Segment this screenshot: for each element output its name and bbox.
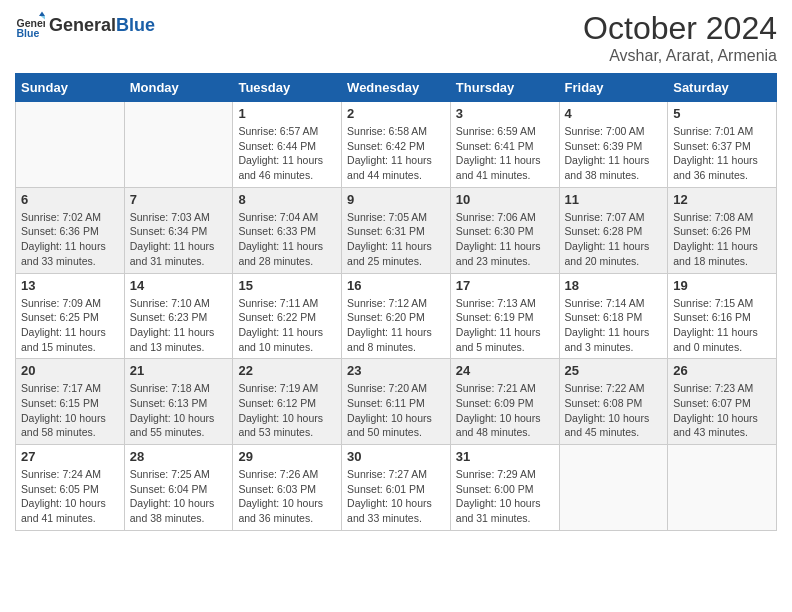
day-info: Sunrise: 7:24 AM Sunset: 6:05 PM Dayligh… [21,467,119,526]
calendar-cell: 26Sunrise: 7:23 AM Sunset: 6:07 PM Dayli… [668,359,777,445]
logo-icon: General Blue [15,10,45,40]
header-friday: Friday [559,74,668,102]
calendar-body: 1Sunrise: 6:57 AM Sunset: 6:44 PM Daylig… [16,102,777,531]
calendar-row-5: 27Sunrise: 7:24 AM Sunset: 6:05 PM Dayli… [16,445,777,531]
day-number: 23 [347,363,445,378]
day-info: Sunrise: 6:59 AM Sunset: 6:41 PM Dayligh… [456,124,554,183]
day-number: 5 [673,106,771,121]
calendar-cell: 1Sunrise: 6:57 AM Sunset: 6:44 PM Daylig… [233,102,342,188]
calendar-cell: 3Sunrise: 6:59 AM Sunset: 6:41 PM Daylig… [450,102,559,188]
calendar-cell: 13Sunrise: 7:09 AM Sunset: 6:25 PM Dayli… [16,273,125,359]
day-number: 1 [238,106,336,121]
calendar-cell: 31Sunrise: 7:29 AM Sunset: 6:00 PM Dayli… [450,445,559,531]
svg-marker-2 [39,12,45,17]
calendar-cell: 11Sunrise: 7:07 AM Sunset: 6:28 PM Dayli… [559,187,668,273]
calendar-cell: 5Sunrise: 7:01 AM Sunset: 6:37 PM Daylig… [668,102,777,188]
calendar-row-3: 13Sunrise: 7:09 AM Sunset: 6:25 PM Dayli… [16,273,777,359]
header-sunday: Sunday [16,74,125,102]
day-number: 11 [565,192,663,207]
day-info: Sunrise: 7:07 AM Sunset: 6:28 PM Dayligh… [565,210,663,269]
page: General Blue General Blue October 2024 A… [0,0,792,541]
day-number: 25 [565,363,663,378]
calendar-header: Sunday Monday Tuesday Wednesday Thursday… [16,74,777,102]
day-info: Sunrise: 7:11 AM Sunset: 6:22 PM Dayligh… [238,296,336,355]
calendar-cell: 24Sunrise: 7:21 AM Sunset: 6:09 PM Dayli… [450,359,559,445]
calendar-cell: 21Sunrise: 7:18 AM Sunset: 6:13 PM Dayli… [124,359,233,445]
calendar-cell: 15Sunrise: 7:11 AM Sunset: 6:22 PM Dayli… [233,273,342,359]
day-number: 21 [130,363,228,378]
day-info: Sunrise: 7:02 AM Sunset: 6:36 PM Dayligh… [21,210,119,269]
main-title: October 2024 [583,10,777,47]
day-number: 16 [347,278,445,293]
calendar-cell: 10Sunrise: 7:06 AM Sunset: 6:30 PM Dayli… [450,187,559,273]
calendar-cell [559,445,668,531]
day-number: 6 [21,192,119,207]
day-number: 15 [238,278,336,293]
calendar-cell: 9Sunrise: 7:05 AM Sunset: 6:31 PM Daylig… [342,187,451,273]
day-info: Sunrise: 7:29 AM Sunset: 6:00 PM Dayligh… [456,467,554,526]
day-number: 19 [673,278,771,293]
calendar-cell: 4Sunrise: 7:00 AM Sunset: 6:39 PM Daylig… [559,102,668,188]
calendar-cell: 25Sunrise: 7:22 AM Sunset: 6:08 PM Dayli… [559,359,668,445]
day-info: Sunrise: 7:19 AM Sunset: 6:12 PM Dayligh… [238,381,336,440]
day-number: 26 [673,363,771,378]
day-number: 30 [347,449,445,464]
day-info: Sunrise: 7:15 AM Sunset: 6:16 PM Dayligh… [673,296,771,355]
day-info: Sunrise: 7:17 AM Sunset: 6:15 PM Dayligh… [21,381,119,440]
day-number: 18 [565,278,663,293]
day-number: 9 [347,192,445,207]
day-info: Sunrise: 7:10 AM Sunset: 6:23 PM Dayligh… [130,296,228,355]
header-monday: Monday [124,74,233,102]
calendar-cell: 27Sunrise: 7:24 AM Sunset: 6:05 PM Dayli… [16,445,125,531]
calendar-cell [124,102,233,188]
calendar-cell: 28Sunrise: 7:25 AM Sunset: 6:04 PM Dayli… [124,445,233,531]
calendar-cell: 23Sunrise: 7:20 AM Sunset: 6:11 PM Dayli… [342,359,451,445]
day-info: Sunrise: 7:04 AM Sunset: 6:33 PM Dayligh… [238,210,336,269]
day-number: 2 [347,106,445,121]
header: General Blue General Blue October 2024 A… [15,10,777,65]
calendar-row-2: 6Sunrise: 7:02 AM Sunset: 6:36 PM Daylig… [16,187,777,273]
day-number: 12 [673,192,771,207]
day-number: 27 [21,449,119,464]
calendar-cell: 17Sunrise: 7:13 AM Sunset: 6:19 PM Dayli… [450,273,559,359]
day-info: Sunrise: 7:25 AM Sunset: 6:04 PM Dayligh… [130,467,228,526]
day-info: Sunrise: 7:26 AM Sunset: 6:03 PM Dayligh… [238,467,336,526]
calendar-cell: 16Sunrise: 7:12 AM Sunset: 6:20 PM Dayli… [342,273,451,359]
calendar-cell: 18Sunrise: 7:14 AM Sunset: 6:18 PM Dayli… [559,273,668,359]
day-number: 10 [456,192,554,207]
calendar-cell: 20Sunrise: 7:17 AM Sunset: 6:15 PM Dayli… [16,359,125,445]
logo-text-blue: Blue [116,15,155,36]
header-wednesday: Wednesday [342,74,451,102]
day-number: 29 [238,449,336,464]
calendar-row-4: 20Sunrise: 7:17 AM Sunset: 6:15 PM Dayli… [16,359,777,445]
calendar-cell: 14Sunrise: 7:10 AM Sunset: 6:23 PM Dayli… [124,273,233,359]
day-info: Sunrise: 7:18 AM Sunset: 6:13 PM Dayligh… [130,381,228,440]
calendar-cell: 6Sunrise: 7:02 AM Sunset: 6:36 PM Daylig… [16,187,125,273]
logo-text-general: General [49,15,116,36]
day-number: 4 [565,106,663,121]
day-info: Sunrise: 7:01 AM Sunset: 6:37 PM Dayligh… [673,124,771,183]
calendar-cell [16,102,125,188]
calendar: Sunday Monday Tuesday Wednesday Thursday… [15,73,777,531]
header-saturday: Saturday [668,74,777,102]
day-number: 7 [130,192,228,207]
calendar-cell: 7Sunrise: 7:03 AM Sunset: 6:34 PM Daylig… [124,187,233,273]
day-number: 28 [130,449,228,464]
svg-text:Blue: Blue [17,27,40,39]
header-thursday: Thursday [450,74,559,102]
day-number: 8 [238,192,336,207]
day-info: Sunrise: 7:27 AM Sunset: 6:01 PM Dayligh… [347,467,445,526]
day-info: Sunrise: 7:13 AM Sunset: 6:19 PM Dayligh… [456,296,554,355]
day-info: Sunrise: 7:09 AM Sunset: 6:25 PM Dayligh… [21,296,119,355]
calendar-cell: 2Sunrise: 6:58 AM Sunset: 6:42 PM Daylig… [342,102,451,188]
calendar-cell: 8Sunrise: 7:04 AM Sunset: 6:33 PM Daylig… [233,187,342,273]
calendar-cell: 22Sunrise: 7:19 AM Sunset: 6:12 PM Dayli… [233,359,342,445]
day-number: 22 [238,363,336,378]
day-info: Sunrise: 7:22 AM Sunset: 6:08 PM Dayligh… [565,381,663,440]
day-info: Sunrise: 7:00 AM Sunset: 6:39 PM Dayligh… [565,124,663,183]
day-number: 13 [21,278,119,293]
day-info: Sunrise: 7:08 AM Sunset: 6:26 PM Dayligh… [673,210,771,269]
day-number: 3 [456,106,554,121]
header-tuesday: Tuesday [233,74,342,102]
day-info: Sunrise: 7:03 AM Sunset: 6:34 PM Dayligh… [130,210,228,269]
